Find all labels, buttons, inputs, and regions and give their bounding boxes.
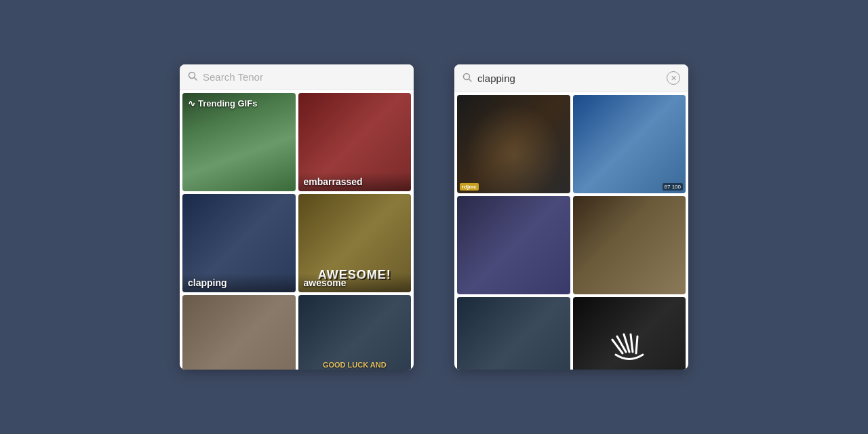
watermark: 67 100 — [663, 183, 683, 191]
svg-line-3 — [469, 79, 472, 81]
left-grid-container[interactable]: ∿ Trending GIFs embarrassed clapping AWE… — [180, 90, 414, 370]
item-label: awesome — [298, 273, 412, 292]
search-icon — [462, 73, 472, 84]
hands-visual — [573, 297, 686, 370]
list-item[interactable]: rdjmc — [457, 95, 570, 193]
list-item[interactable] — [457, 196, 570, 294]
list-item[interactable] — [573, 196, 686, 294]
svg-line-7 — [631, 334, 633, 352]
right-gif-grid: rdjmc 67 100 YAAAS! — [457, 95, 686, 370]
right-search-bar: ✕ — [454, 64, 688, 92]
trend-icon: ∿ — [188, 98, 195, 108]
watermark: rdjmc — [460, 183, 479, 191]
list-item[interactable]: ∿ Trending GIFs — [182, 93, 296, 191]
left-search-bar — [180, 64, 414, 90]
list-item[interactable] — [573, 297, 686, 370]
svg-line-8 — [636, 336, 637, 353]
item-label: embarrassed — [298, 172, 412, 191]
list-item[interactable]: YAAAS! — [457, 297, 570, 370]
left-gif-grid: ∿ Trending GIFs embarrassed clapping AWE… — [182, 93, 411, 370]
search-icon — [188, 71, 197, 83]
goodluck-sub-text: GOOD LUCK ANDMAY THE ODDS — [304, 360, 406, 370]
svg-line-1 — [195, 78, 197, 81]
right-grid-container[interactable]: rdjmc 67 100 YAAAS! — [454, 92, 688, 370]
list-item[interactable]: clapping — [182, 194, 296, 292]
list-item[interactable]: embarrassed — [298, 93, 412, 191]
clear-icon: ✕ — [671, 75, 677, 82]
item-label: clapping — [182, 273, 296, 292]
trending-label: ∿ Trending GIFs — [188, 98, 257, 108]
right-panel: ✕ rdjmc 67 100 YAAAS! — [454, 64, 688, 370]
list-item[interactable]: GOOD LUCK ANDMAY THE ODDS good luck — [298, 295, 412, 370]
clear-button[interactable]: ✕ — [667, 71, 680, 85]
list-item[interactable]: jk — [182, 295, 296, 370]
list-item[interactable]: AWESOME! awesome — [298, 194, 412, 292]
left-panel: ∿ Trending GIFs embarrassed clapping AWE… — [180, 64, 414, 370]
list-item[interactable]: 67 100 — [573, 95, 686, 193]
right-search-input[interactable] — [477, 73, 661, 84]
left-search-input[interactable] — [203, 71, 406, 83]
